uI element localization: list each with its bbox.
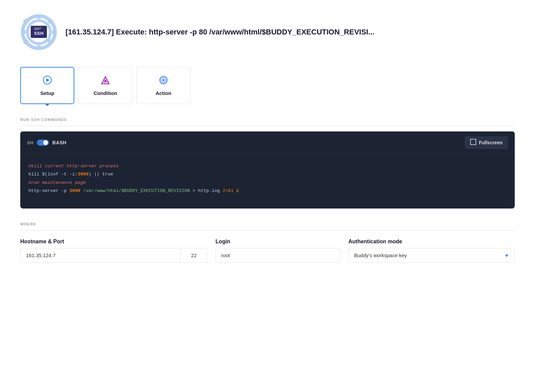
ssh-badge: SSH bbox=[31, 26, 47, 38]
auth-value: Buddy's workspace key bbox=[354, 252, 407, 258]
where-section: WHERE Hostname & Port Login Authenticati… bbox=[20, 222, 515, 263]
page-header: SSH [161.35.124.7] Execute: http-server … bbox=[20, 14, 515, 51]
sh-bash-toggle[interactable] bbox=[37, 140, 49, 146]
code-line-4: http-server -p 3000 /var/www/html/$BUDDY… bbox=[28, 187, 507, 195]
hostname-group: Hostname & Port bbox=[20, 239, 207, 263]
tab-action-label: Action bbox=[156, 90, 172, 96]
fields-row: Hostname & Port Login Authentication mod… bbox=[20, 239, 515, 263]
code-line-1: #kill current http-server process bbox=[28, 162, 507, 170]
run-ssh-label: RUN SSH COMMANDS bbox=[20, 118, 515, 122]
svg-rect-17 bbox=[470, 139, 476, 145]
hostname-label: Hostname & Port bbox=[20, 239, 207, 245]
hostname-input[interactable] bbox=[20, 248, 180, 263]
where-divider bbox=[20, 230, 515, 230]
tab-action[interactable]: Action bbox=[136, 67, 190, 104]
editor-toolbar: SH BASH Full bbox=[20, 131, 515, 154]
tab-condition[interactable]: Condition bbox=[78, 67, 132, 104]
dropdown-arrow-icon: ▼ bbox=[504, 253, 509, 258]
code-line-2: kill $(lsof -t -i:3000) || true bbox=[28, 170, 507, 178]
fullscreen-label: Fullscreen bbox=[479, 140, 503, 145]
toolbar-left: SH BASH bbox=[27, 140, 67, 146]
port-input[interactable] bbox=[180, 248, 207, 263]
tab-bar: Setup Condition Action bbox=[20, 67, 515, 104]
svg-rect-5 bbox=[52, 30, 57, 34]
toggle-track[interactable] bbox=[37, 140, 49, 146]
hostname-inputs bbox=[20, 248, 207, 263]
svg-rect-4 bbox=[21, 30, 26, 34]
code-editor: SH BASH Full bbox=[20, 131, 515, 209]
login-group: Login bbox=[215, 239, 340, 263]
setup-tab-icon bbox=[42, 75, 52, 88]
code-line-3: #run maintenance page bbox=[28, 179, 507, 187]
action-tab-icon bbox=[158, 75, 169, 88]
run-ssh-divider bbox=[20, 126, 515, 126]
sh-label: SH bbox=[27, 140, 33, 145]
auth-label: Authentication mode bbox=[348, 239, 515, 245]
login-label: Login bbox=[215, 239, 340, 245]
svg-marker-11 bbox=[46, 78, 50, 82]
tab-condition-label: Condition bbox=[94, 90, 117, 96]
svg-rect-2 bbox=[37, 14, 41, 19]
run-ssh-section: RUN SSH COMMANDS SH BASH bbox=[20, 118, 515, 209]
svg-rect-3 bbox=[37, 45, 41, 50]
condition-tab-icon bbox=[100, 75, 110, 88]
login-input[interactable] bbox=[215, 248, 340, 263]
fullscreen-button[interactable]: Fullscreen bbox=[465, 136, 508, 149]
code-body[interactable]: #kill current http-server process kill $… bbox=[20, 154, 515, 209]
auth-select[interactable]: Buddy's workspace key ▼ bbox=[348, 248, 515, 263]
svg-point-16 bbox=[162, 79, 164, 81]
fullscreen-icon bbox=[470, 139, 476, 146]
toggle-thumb bbox=[43, 140, 48, 145]
auth-group: Authentication mode Buddy's workspace ke… bbox=[348, 239, 515, 263]
tab-setup[interactable]: Setup bbox=[20, 67, 74, 104]
where-label: WHERE bbox=[20, 222, 515, 226]
ssh-icon-wrapper: SSH bbox=[20, 14, 57, 51]
page-title: [161.35.124.7] Execute: http-server -p 8… bbox=[66, 28, 375, 36]
bash-label: BASH bbox=[52, 140, 67, 145]
tab-setup-label: Setup bbox=[40, 90, 54, 96]
